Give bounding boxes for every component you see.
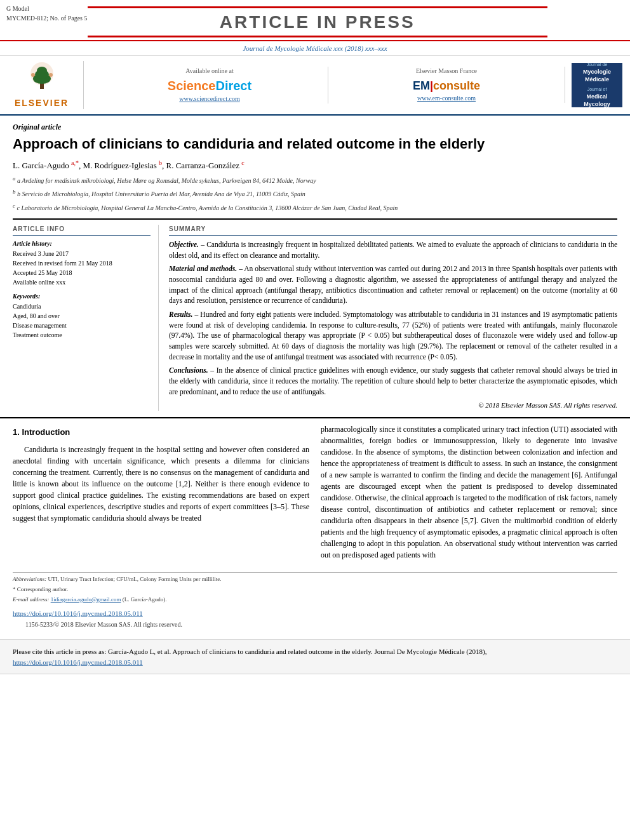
email-label: E-mail address: bbox=[13, 596, 49, 603]
mycologie-line3: Médicale bbox=[585, 76, 609, 84]
header-banner: G Model MYCMED-812; No. of Pages 5 ARTIC… bbox=[0, 0, 630, 41]
journal-bar: Journal de Mycologie Médicale xxx (2018)… bbox=[0, 41, 630, 55]
keyword-1: Candiduria bbox=[13, 302, 151, 311]
article-info-column: ARTICLE INFO Article history: Received 3… bbox=[13, 225, 159, 411]
direct-part: Direct bbox=[215, 79, 251, 93]
svg-point-6 bbox=[49, 73, 53, 77]
summary-text: Objective. – Candiduria is increasingly … bbox=[169, 239, 617, 411]
summary-conclusions: Conclusions. – In the absence of clinica… bbox=[169, 365, 617, 397]
em-text: EM|consulte bbox=[413, 79, 480, 92]
article-type: Original article bbox=[13, 122, 617, 133]
mycologie-line5: Medical bbox=[586, 93, 607, 101]
g-model-label: G Model bbox=[6, 4, 88, 13]
article-info-summary: ARTICLE INFO Article history: Received 3… bbox=[13, 218, 617, 411]
summary-results: Results. – Hundred and forty eight patie… bbox=[169, 309, 617, 362]
header-model-info: G Model MYCMED-812; No. of Pages 5 bbox=[6, 4, 88, 23]
intro-paragraph-2: pharmacologically since it constitutes a… bbox=[321, 423, 617, 561]
mycologie-line6: Mycology bbox=[584, 100, 610, 109]
svg-point-5 bbox=[31, 73, 35, 77]
article-content: Original article Approach of clinicians … bbox=[0, 116, 630, 411]
available-online: Available online xxx bbox=[13, 278, 151, 287]
summary-methods: Material and methods. – An observational… bbox=[169, 263, 617, 306]
results-text: – Hundred and forty eight patients were … bbox=[169, 310, 617, 361]
objective-label: Objective. bbox=[169, 241, 199, 248]
article-title: Approach of clinicians to candiduria and… bbox=[13, 135, 617, 154]
body-content: 1. Introduction Candiduria is increasing… bbox=[0, 423, 630, 566]
keyword-4: Treatment outcome bbox=[13, 331, 151, 340]
doi-link[interactable]: https://doi.org/10.1016/j.mycmed.2018.05… bbox=[13, 610, 143, 617]
page: G Model MYCMED-812; No. of Pages 5 ARTIC… bbox=[0, 0, 630, 840]
email-name: (L. García-Agudo). bbox=[123, 596, 167, 603]
intro-title: 1. Introduction bbox=[13, 426, 309, 439]
please-cite-text: Please cite this article in press as: Ga… bbox=[13, 648, 486, 655]
mycologie-line4: Journal of bbox=[587, 86, 607, 93]
methods-label: Material and methods. bbox=[169, 265, 237, 272]
article-in-press-banner: ARTICLE IN PRESS bbox=[88, 4, 548, 37]
affiliations: a a Avdeling for medisinsk mikrobiologi,… bbox=[13, 174, 617, 213]
science-part: Science bbox=[168, 79, 216, 93]
elsevier-masson-text: Elsevier Masson France bbox=[341, 67, 552, 76]
accepted-date: Accepted 25 May 2018 bbox=[13, 269, 151, 277]
article-history-label: Article history: bbox=[13, 239, 151, 248]
elsevier-text: ELSEVIER bbox=[15, 97, 69, 110]
em-brand: EM|consulte bbox=[341, 78, 552, 94]
abbreviations: Abbreviations: UTI, Urinary Tract Infect… bbox=[13, 575, 617, 583]
revised-date: Received in revised form 21 May 2018 bbox=[13, 259, 151, 268]
conclusions-text: – In the absence of clinical practice gu… bbox=[169, 366, 617, 395]
intro-paragraph-1: Candiduria is increasingly frequent in t… bbox=[13, 444, 309, 524]
keyword-3: Disease management bbox=[13, 321, 151, 330]
em-url[interactable]: www.em-consulte.com bbox=[341, 94, 552, 103]
email-line: E-mail address: 1idiagarcia.agudo@gmail.… bbox=[13, 596, 617, 604]
sciencedirect-url[interactable]: www.sciencedirect.com bbox=[104, 95, 315, 103]
sciencedirect-brand: ScienceDirect bbox=[104, 77, 315, 95]
keywords-label: Keywords: bbox=[13, 292, 151, 301]
body-right-col: pharmacologically since it constitutes a… bbox=[321, 423, 617, 566]
elsevier-tree-icon bbox=[17, 61, 67, 96]
citation-doi-link[interactable]: https://doi.org/10.1016/j.mycmed.2018.05… bbox=[13, 658, 143, 666]
model-id: MYCMED-812; No. of Pages 5 bbox=[6, 13, 88, 23]
affiliation-b: b b Servicio de Microbiología, Hospital … bbox=[13, 187, 617, 199]
citation-box: Please cite this article in press as: Ga… bbox=[0, 639, 630, 674]
corresponding-note: * Corresponding author. bbox=[13, 585, 617, 594]
keyword-2: Aged, 80 and over bbox=[13, 312, 151, 321]
mycologie-box: Journal de Mycologie Médicale Journal of… bbox=[572, 63, 622, 107]
affiliation-a: a a Avdeling for medisinsk mikrobiologi,… bbox=[13, 174, 617, 186]
section-divider bbox=[0, 417, 630, 418]
received-date: Received 3 June 2017 bbox=[13, 250, 151, 258]
elsevier-logo: ELSEVIER bbox=[8, 61, 84, 110]
abbreviations-label: Abbreviations: bbox=[13, 576, 46, 582]
doi-area: https://doi.org/10.1016/j.mycmed.2018.05… bbox=[0, 605, 630, 633]
conclusions-label: Conclusions. bbox=[169, 366, 208, 374]
objective-text: – Candiduria is increasingly frequent in… bbox=[169, 241, 617, 259]
authors: L. García-Agudo a,*, M. Rodríguez-Iglesi… bbox=[13, 159, 617, 172]
available-online-text: Available online at bbox=[104, 67, 315, 76]
summary-heading: SUMMARY bbox=[169, 225, 617, 236]
mycologie-logo: Journal de Mycologie Médicale Journal of… bbox=[565, 63, 622, 107]
article-in-press-title: ARTICLE IN PRESS bbox=[88, 6, 548, 37]
sciencedirect-logo: Available online at ScienceDirect www.sc… bbox=[91, 67, 328, 103]
article-info-heading: ARTICLE INFO bbox=[13, 225, 151, 236]
footnotes: Abbreviations: UTI, Urinary Tract Infect… bbox=[13, 572, 617, 603]
svg-point-4 bbox=[37, 67, 47, 74]
summary-objective: Objective. – Candiduria is increasingly … bbox=[169, 239, 617, 260]
emconsulte-logo: Elsevier Masson France EM|consulte www.e… bbox=[328, 67, 565, 103]
em-consulte-text: consulte bbox=[433, 79, 480, 92]
issn-copyright: 1156-5233/© 2018 Elsevier Masson SAS. Al… bbox=[13, 619, 617, 630]
summary-copyright: © 2018 Elsevier Masson SAS. All rights r… bbox=[169, 401, 617, 411]
mycologie-line1: Journal de bbox=[587, 62, 608, 68]
email-address: 1idiagarcia.agudo@gmail.com bbox=[51, 596, 121, 603]
journal-line: Journal de Mycologie Médicale xxx (2018)… bbox=[243, 44, 387, 52]
logo-bar: ELSEVIER Available online at ScienceDire… bbox=[0, 56, 630, 116]
summary-column: SUMMARY Objective. – Candiduria is incre… bbox=[169, 225, 617, 411]
mycologie-line2: Mycologie bbox=[583, 68, 611, 76]
abbreviations-text: UTI, Urinary Tract Infection; CFU/mL, Co… bbox=[48, 576, 221, 582]
body-left-col: 1. Introduction Candiduria is increasing… bbox=[13, 423, 309, 566]
results-label: Results. bbox=[169, 310, 192, 318]
affiliation-c: c c Laboratorio de Microbiología, Hospit… bbox=[13, 201, 617, 213]
